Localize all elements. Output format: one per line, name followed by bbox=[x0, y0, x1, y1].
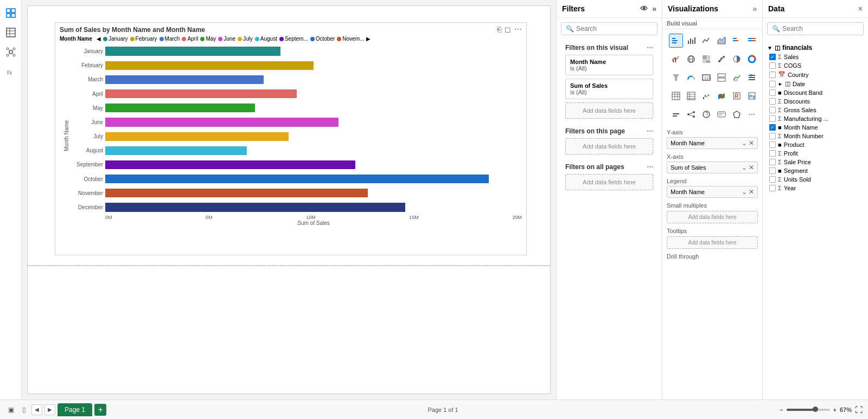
data-item-cogs[interactable]: Σ COGS bbox=[767, 61, 864, 70]
y-axis-remove-icon[interactable]: ⌄ ✕ bbox=[742, 139, 754, 147]
zoom-minus-icon[interactable]: − bbox=[780, 407, 783, 413]
gross-sales-checkbox[interactable] bbox=[769, 107, 776, 113]
data-search-input[interactable] bbox=[782, 25, 859, 33]
data-item-date[interactable]: ► ◫ Date bbox=[767, 79, 864, 88]
page-tab-1[interactable]: Page 1 bbox=[58, 403, 92, 416]
segment-checkbox[interactable] bbox=[769, 167, 776, 174]
data-item-sale-price[interactable]: Σ Sale Price bbox=[767, 158, 864, 166]
add-fields-page[interactable]: Add data fields here bbox=[565, 138, 653, 154]
x-axis-remove-icon[interactable]: ⌄ ✕ bbox=[742, 164, 754, 171]
slicer-icon[interactable] bbox=[745, 70, 759, 85]
legend-field-pill[interactable]: Month Name ⌄ ✕ bbox=[667, 186, 758, 198]
data-item-country[interactable]: 📅 Country bbox=[767, 70, 864, 79]
add-page-button[interactable]: + bbox=[94, 404, 106, 416]
focus-icon[interactable]: ◻ bbox=[505, 25, 511, 34]
data-item-discount-band[interactable]: ■ Discount Band bbox=[767, 88, 864, 97]
data-item-manufacturing[interactable]: Σ Manufacturing ... bbox=[767, 114, 864, 123]
multi-row-card-icon[interactable] bbox=[714, 70, 729, 85]
sale-price-checkbox[interactable] bbox=[769, 159, 776, 165]
bar-chart2-icon[interactable] bbox=[669, 107, 683, 121]
treemap-icon[interactable] bbox=[699, 52, 713, 66]
zoom-bar[interactable] bbox=[787, 409, 830, 411]
ribbon-chart-icon[interactable] bbox=[714, 89, 729, 103]
mobile-view-icon[interactable]: ▯ bbox=[18, 404, 29, 415]
filters-on-page-more[interactable]: ⋯ bbox=[647, 127, 653, 135]
page-nav-next[interactable]: ▶ bbox=[44, 404, 55, 415]
data-item-gross-sales[interactable]: Σ Gross Sales bbox=[767, 106, 864, 114]
smart-narrative-icon[interactable] bbox=[714, 107, 729, 121]
line-chart-icon[interactable] bbox=[699, 34, 713, 48]
data-item-year[interactable]: Σ Year bbox=[767, 184, 864, 192]
y-axis-field-pill[interactable]: Month Name ⌄ ✕ bbox=[667, 137, 758, 149]
report-view-icon[interactable] bbox=[2, 4, 20, 22]
legend-remove-icon[interactable]: ⌄ ✕ bbox=[742, 188, 754, 196]
month-name-checkbox[interactable]: ✓ bbox=[769, 124, 776, 131]
profit-checkbox[interactable] bbox=[769, 150, 776, 157]
area-chart-icon[interactable] bbox=[714, 34, 729, 48]
sales-checkbox[interactable]: ✓ bbox=[769, 54, 776, 60]
filters-search-input[interactable] bbox=[576, 25, 653, 33]
bar-chart-icon[interactable] bbox=[669, 34, 683, 48]
more-visuals-icon[interactable]: ⋯ bbox=[745, 107, 759, 121]
tooltips-add[interactable]: Add data fields here bbox=[667, 236, 758, 249]
decomp-tree-icon[interactable] bbox=[684, 107, 698, 121]
donut-icon[interactable] bbox=[745, 52, 759, 66]
card-icon[interactable]: 123 bbox=[699, 70, 713, 85]
cogs-checkbox[interactable] bbox=[769, 62, 776, 69]
filter-card-sum-sales[interactable]: Sum of Sales is (All) bbox=[565, 79, 653, 99]
filter-icon[interactable]: ⎗ bbox=[497, 25, 501, 34]
data-item-profit[interactable]: Σ Profit bbox=[767, 149, 864, 158]
units-sold-checkbox[interactable] bbox=[769, 176, 776, 183]
scatter-icon[interactable] bbox=[714, 52, 729, 66]
add-fields-all-pages[interactable]: Add data fields here bbox=[565, 174, 653, 190]
table-icon[interactable] bbox=[669, 89, 683, 103]
data-group-header-financials[interactable]: ▼ ◫ financials bbox=[767, 43, 864, 53]
funnel-icon[interactable] bbox=[669, 70, 683, 85]
data-search-box[interactable]: 🔍 bbox=[767, 22, 864, 35]
data-collapse-icon[interactable]: × bbox=[858, 4, 863, 13]
fit-page-icon[interactable]: ⛶ bbox=[855, 405, 863, 414]
country-checkbox[interactable] bbox=[769, 72, 776, 78]
add-fields-visual[interactable]: Add data fields here bbox=[565, 102, 653, 119]
page-nav-prev[interactable]: ◀ bbox=[31, 404, 42, 415]
discount-band-checkbox[interactable] bbox=[769, 89, 776, 96]
matrix-icon[interactable] bbox=[684, 89, 698, 103]
table-view-icon[interactable] bbox=[2, 24, 20, 41]
stacked-bar-icon[interactable] bbox=[730, 34, 744, 48]
filters-expand-icon[interactable]: » bbox=[652, 4, 656, 13]
gauge-icon[interactable] bbox=[684, 70, 698, 85]
legend-scroll-left[interactable]: ◀ bbox=[97, 36, 101, 42]
month-number-checkbox[interactable] bbox=[769, 133, 776, 139]
viz-expand-icon[interactable]: » bbox=[752, 4, 757, 13]
data-item-discounts[interactable]: Σ Discounts bbox=[767, 97, 864, 106]
column-chart-icon[interactable] bbox=[684, 34, 698, 48]
data-item-units-sold[interactable]: Σ Units Sold bbox=[767, 175, 864, 184]
zoom-plus-icon[interactable]: + bbox=[833, 407, 837, 413]
kpi-icon[interactable]: KPI bbox=[730, 70, 744, 85]
filters-on-visual-more[interactable]: ⋯ bbox=[647, 44, 653, 51]
dax-icon[interactable]: fx bbox=[2, 63, 20, 80]
data-item-segment[interactable]: ■ Segment bbox=[767, 166, 864, 175]
expand-icon-date[interactable]: ► bbox=[778, 81, 783, 87]
more-icon[interactable]: ⋯ bbox=[514, 25, 522, 34]
filter-card-month-name[interactable]: Month Name is (All) bbox=[565, 55, 653, 75]
qa-icon[interactable]: ? bbox=[699, 107, 713, 121]
discounts-checkbox[interactable] bbox=[769, 98, 776, 105]
line-column-icon[interactable] bbox=[669, 52, 683, 66]
date-checkbox[interactable] bbox=[769, 81, 776, 87]
pie-icon[interactable] bbox=[730, 52, 744, 66]
data-item-product[interactable]: ■ Product bbox=[767, 140, 864, 149]
model-view-icon[interactable] bbox=[2, 43, 20, 61]
100pct-bar-icon[interactable] bbox=[745, 34, 759, 48]
x-axis-field-pill[interactable]: Sum of Sales ⌄ ✕ bbox=[667, 162, 758, 173]
small-multiples-add[interactable]: Add data fields here bbox=[667, 211, 758, 223]
filters-search-box[interactable]: 🔍 bbox=[561, 22, 658, 35]
py-icon[interactable]: Py bbox=[745, 89, 759, 103]
shape-map-icon[interactable] bbox=[730, 107, 744, 121]
product-checkbox[interactable] bbox=[769, 141, 776, 148]
data-item-sales[interactable]: ✓ Σ Sales bbox=[767, 53, 864, 61]
text-r-icon[interactable]: R bbox=[730, 89, 744, 103]
filters-on-all-pages-more[interactable]: ⋯ bbox=[647, 163, 653, 171]
filters-eye-icon[interactable]: 👁 bbox=[640, 4, 648, 13]
manufacturing-checkbox[interactable] bbox=[769, 115, 776, 122]
